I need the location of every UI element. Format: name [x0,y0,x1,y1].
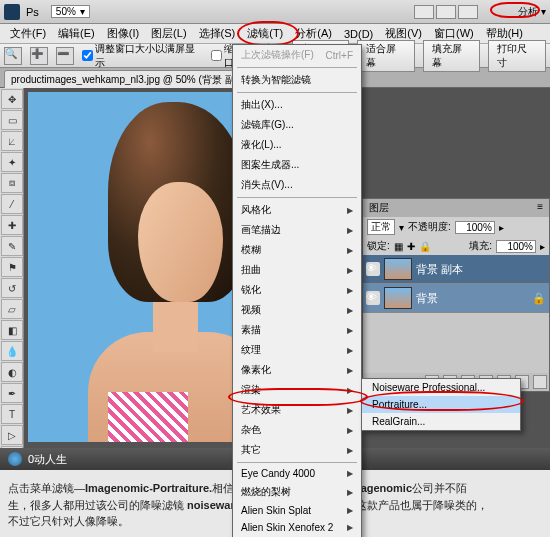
mi-sketch[interactable]: 素描 [233,320,361,340]
fill-screen-button[interactable]: 填充屏幕 [423,40,481,72]
fit-screen-button[interactable]: 适合屏幕 [357,40,415,72]
layout-btn-2[interactable] [436,5,456,19]
analysis-highlight [490,2,540,18]
blur-tool[interactable]: 💧 [1,341,23,361]
trash-icon[interactable] [533,375,547,389]
menu-layer[interactable]: 图层(L) [145,24,192,43]
visibility-icon[interactable]: 👁 [366,291,380,305]
layer-name: 背景 [416,291,438,306]
lock-position-icon[interactable]: ✚ [407,241,415,252]
visibility-icon[interactable]: 👁 [366,262,380,276]
menu-filter[interactable]: 滤镜(T) [241,24,289,43]
tab-title: productimages_wehkamp_nl3.jpg @ 50% (背景 … [11,74,243,85]
heal-tool[interactable]: ✚ [1,215,23,235]
zoom-in-icon[interactable]: ➕ [30,47,48,65]
gradient-tool[interactable]: ◧ [1,320,23,340]
mi-brush[interactable]: 画笔描边 [233,220,361,240]
layout-btn-1[interactable] [414,5,434,19]
menu-select[interactable]: 选择(S) [193,24,242,43]
zoom-tool-icon[interactable]: 🔍 [4,47,22,65]
mi-smart[interactable]: 转换为智能滤镜 [233,70,361,90]
mi-alien1[interactable]: Alien Skin Splat [233,502,361,519]
print-size-button[interactable]: 打印尺寸 [488,40,546,72]
history-brush-tool[interactable]: ↺ [1,278,23,298]
chevron-down-icon: ▾ [80,6,85,17]
layer-row-2[interactable]: 👁 背景 🔒 [363,284,549,313]
ps-logo [4,4,20,20]
mi-alien2[interactable]: Alien Skin Xenofex 2 [233,519,361,536]
mi-vanish[interactable]: 消失点(V)... [233,175,361,195]
menu-edit[interactable]: 编辑(E) [52,24,101,43]
mi-eyecandy[interactable]: Eye Candy 4000 [233,465,361,482]
imagenomic-submenu: Noiseware Professional... Portraiture...… [361,378,521,431]
toolbox: ✥ ▭ ⟀ ✦ ⧈ ⁄ ✚ ✎ ⚑ ↺ ▱ ◧ 💧 ◐ ✒ T ▷ ▭ [0,88,24,467]
type-tool[interactable]: T [1,404,23,424]
blend-mode-select[interactable]: 正常 [367,219,395,235]
mi-texture[interactable]: 纹理 [233,340,361,360]
move-tool[interactable]: ✥ [1,89,23,109]
app-title: Ps [26,6,39,18]
opacity-field[interactable]: 100% [455,221,495,234]
mi-stylize[interactable]: 风格化 [233,200,361,220]
eyedropper-tool[interactable]: ⁄ [1,194,23,214]
panel-menu-icon[interactable]: ≡ [537,201,543,215]
mi-last-filter: 上次滤镜操作(F)Ctrl+F [233,45,361,65]
layer-name: 背景 副本 [416,262,463,277]
imagenomic-highlight [228,388,368,406]
workspace-buttons [414,5,478,19]
opacity-label: 不透明度: [408,220,451,234]
side-panels: 图层≡ 正常 ▾ 不透明度: 100%▸ 锁定: ▦ ✚ 🔒 填充: 100%▸ [362,198,550,394]
pen-tool[interactable]: ✒ [1,383,23,403]
mi-noise[interactable]: 杂色 [233,420,361,440]
layers-panel-header[interactable]: 图层≡ [363,199,549,217]
document-tab[interactable]: productimages_wehkamp_nl3.jpg @ 50% (背景 … [4,70,263,89]
lock-pixels-icon[interactable]: ▦ [394,241,403,252]
lock-all-icon[interactable]: 🔒 [419,241,431,252]
fill-field[interactable]: 100% [496,240,536,253]
layers-panel: 图层≡ 正常 ▾ 不透明度: 100%▸ 锁定: ▦ ✚ 🔒 填充: 100%▸ [362,198,550,392]
menu-file[interactable]: 文件(F) [4,24,52,43]
canvas[interactable] [28,92,234,442]
eraser-tool[interactable]: ▱ [1,299,23,319]
mi-extract[interactable]: 抽出(X)... [233,95,361,115]
layer-thumb [384,287,412,309]
app-window: Ps 50%▾ 分析 ▾ 文件(F) 编辑(E) 图像(I) 图层(L) 选择(… [0,0,550,470]
sub-realgrain[interactable]: RealGrain... [362,413,520,430]
mi-other[interactable]: 其它 [233,440,361,460]
menu-image[interactable]: 图像(I) [101,24,145,43]
path-tool[interactable]: ▷ [1,425,23,445]
layout-btn-3[interactable] [458,5,478,19]
layer-row-1[interactable]: 👁 背景 副本 [363,255,549,284]
mi-pattern[interactable]: 图案生成器... [233,155,361,175]
resize-window-checkbox[interactable]: 调整窗口大小以满屏显示 [82,42,204,70]
globe-icon [8,452,22,466]
filter-menu: 上次滤镜操作(F)Ctrl+F 转换为智能滤镜 抽出(X)... 滤镜库(G).… [232,44,362,537]
layer-thumb [384,258,412,280]
bottom-label: 0动人生 [28,452,67,467]
mi-distort[interactable]: 扭曲 [233,260,361,280]
lasso-tool[interactable]: ⟀ [1,131,23,151]
mi-liquify[interactable]: 液化(L)... [233,135,361,155]
crop-tool[interactable]: ⧈ [1,173,23,193]
title-zoom-select[interactable]: 50%▾ [51,5,90,18]
dodge-tool[interactable]: ◐ [1,362,23,382]
mi-pixelate[interactable]: 像素化 [233,360,361,380]
zoom-out-icon[interactable]: ➖ [56,47,74,65]
marquee-tool[interactable]: ▭ [1,110,23,130]
mi-burn[interactable]: 燃烧的梨树 [233,482,361,502]
fill-label: 填充: [469,239,492,253]
stamp-tool[interactable]: ⚑ [1,257,23,277]
mi-video[interactable]: 视频 [233,300,361,320]
brush-tool[interactable]: ✎ [1,236,23,256]
mi-blur[interactable]: 模糊 [233,240,361,260]
portraiture-highlight [360,391,524,411]
portrait-image [78,102,234,442]
mi-sharpen[interactable]: 锐化 [233,280,361,300]
lock-icon: 🔒 [532,292,546,305]
mi-gallery[interactable]: 滤镜库(G)... [233,115,361,135]
lock-label: 锁定: [367,239,390,253]
wand-tool[interactable]: ✦ [1,152,23,172]
